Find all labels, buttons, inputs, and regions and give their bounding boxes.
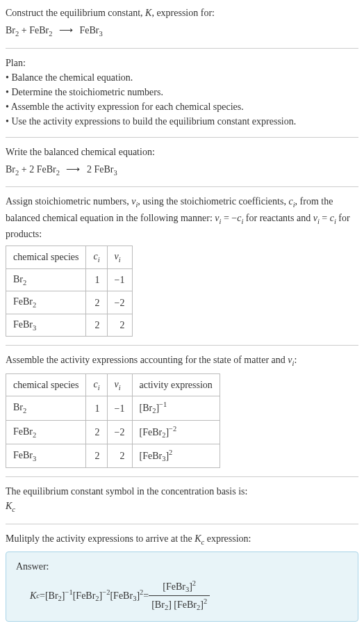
sub: 2 bbox=[33, 301, 36, 309]
cell-c: 1 bbox=[86, 268, 107, 291]
ae-sub: 3 bbox=[162, 455, 165, 462]
cell-nu: −1 bbox=[107, 268, 132, 291]
table-row: FeBr3 2 2 bbox=[6, 314, 133, 337]
cell-species: FeBr3 bbox=[6, 314, 86, 337]
term: [FeBr3]2 bbox=[110, 587, 143, 604]
plan-title: Plan: bbox=[6, 56, 358, 70]
plan-item: Determine the stoichiometric numbers. bbox=[6, 85, 358, 99]
cell-c: 2 bbox=[86, 420, 107, 444]
sub: 3 bbox=[33, 324, 36, 332]
col-nu: νi bbox=[107, 373, 132, 396]
cell-species: FeBr2 bbox=[6, 420, 86, 444]
sp: Br bbox=[13, 402, 23, 412]
exp: 2 bbox=[204, 597, 207, 605]
stoich-table: chemical species ci νi Br2 1 −1 FeBr2 2 … bbox=[6, 245, 133, 337]
divider bbox=[6, 137, 358, 138]
coef: 2 bbox=[87, 164, 94, 175]
unbalanced-equation: Br2 + FeBr2 ⟶ FeBr3 bbox=[6, 23, 358, 40]
exp: −1 bbox=[65, 588, 73, 596]
cell-species: Br2 bbox=[6, 268, 86, 291]
plan-section: Plan: Balance the chemical equation. Det… bbox=[6, 56, 358, 129]
arrow: ⟶ bbox=[66, 164, 80, 175]
cell-c: 1 bbox=[86, 396, 107, 420]
balanced-section: Write the balanced chemical equation: Br… bbox=[6, 145, 358, 179]
col-c: ci bbox=[86, 373, 107, 396]
balanced-equation: Br2 + 2 FeBr2 ⟶ 2 FeBr3 bbox=[6, 162, 358, 179]
divider bbox=[6, 524, 358, 524]
species: FeBr bbox=[79, 25, 99, 35]
answer-box: Answer: Kc = [Br2]−1 [FeBr2]−2 [FeBr3]2 … bbox=[6, 551, 358, 621]
intro-text-b: , expression for: bbox=[151, 8, 215, 18]
multiply-text-b: expression: bbox=[204, 533, 251, 544]
assign-text: , using the stoichiometric coefficients, bbox=[138, 196, 288, 207]
cell-c: 2 bbox=[86, 444, 107, 467]
table-header-row: chemical species ci νi activity expressi… bbox=[6, 373, 220, 396]
lb: [FeBr bbox=[110, 590, 133, 601]
plan-list: Balance the chemical equation. Determine… bbox=[6, 70, 358, 129]
sp: FeBr bbox=[13, 319, 33, 330]
sub: 3 bbox=[33, 455, 36, 462]
multiply-text: Mulitply the activity expressions to arr… bbox=[6, 533, 195, 544]
c-sub: c bbox=[12, 506, 15, 513]
sp: FeBr bbox=[13, 296, 33, 307]
cell-nu: 2 bbox=[107, 444, 132, 467]
table-row: FeBr2 2 −2 [FeBr2]−2 bbox=[6, 420, 220, 444]
table-row: FeBr2 2 −2 bbox=[6, 291, 133, 314]
ae-sp: FeBr bbox=[142, 451, 162, 461]
eq: = bbox=[40, 588, 45, 603]
activity-table: chemical species ci νi activity expressi… bbox=[6, 373, 220, 468]
sp: FeBr bbox=[13, 426, 33, 437]
plan-item: Use the activity expressions to build th… bbox=[6, 114, 358, 129]
col-c: ci bbox=[86, 246, 107, 269]
symbol-section: The equilibrium constant symbol in the c… bbox=[6, 484, 358, 515]
K: K bbox=[6, 501, 12, 511]
ae-sub: 2 bbox=[152, 408, 156, 415]
denominator: [Br2] [FeBr2]2 bbox=[149, 596, 210, 613]
cell-nu: −1 bbox=[107, 396, 132, 420]
cell-species: FeBr3 bbox=[6, 444, 86, 467]
cell-nu: −2 bbox=[107, 420, 132, 444]
col-activity: activity expression bbox=[132, 373, 220, 396]
subscript: 3 bbox=[113, 168, 117, 176]
ae-sp: Br bbox=[142, 403, 152, 413]
coef: 2 bbox=[29, 164, 37, 175]
kc-expression: Kc = [Br2]−1 [FeBr2]−2 [FeBr3]2 = [FeBr3… bbox=[30, 578, 348, 613]
cell-species: FeBr2 bbox=[6, 291, 86, 314]
ae-exp: −1 bbox=[159, 401, 167, 408]
exp: 2 bbox=[192, 579, 196, 587]
sub: 2 bbox=[23, 279, 26, 287]
ae-exp: −2 bbox=[169, 425, 176, 433]
lb: [Br bbox=[45, 590, 58, 601]
species: FeBr bbox=[29, 25, 49, 35]
subscript: 2 bbox=[56, 168, 60, 176]
cell-nu: −2 bbox=[107, 291, 132, 314]
lb: [Br bbox=[151, 599, 165, 610]
cell-species: Br2 bbox=[6, 396, 86, 420]
numerator: [FeBr3]2 bbox=[149, 578, 210, 596]
exp: −2 bbox=[102, 588, 110, 596]
species: FeBr bbox=[37, 164, 56, 175]
sub-i: i bbox=[98, 384, 100, 392]
plan-item: Balance the chemical equation. bbox=[6, 70, 358, 85]
col-species: chemical species bbox=[6, 246, 86, 269]
col-species: chemical species bbox=[6, 373, 86, 396]
lb: [FeBr bbox=[73, 590, 96, 601]
answer-label: Answer: bbox=[16, 559, 348, 574]
ae-sp: FeBr bbox=[142, 426, 162, 437]
divider bbox=[6, 345, 358, 346]
ae-exp: 2 bbox=[169, 449, 172, 456]
term: [Br2]−1 bbox=[45, 587, 73, 604]
K: K bbox=[195, 533, 201, 544]
sub-i: i bbox=[98, 256, 100, 264]
sub-i: i bbox=[119, 384, 121, 392]
cell-c: 2 bbox=[86, 291, 107, 314]
term: [FeBr2]−2 bbox=[73, 587, 110, 604]
subscript: 2 bbox=[49, 30, 52, 38]
plan-item: Assemble the activity expression for eac… bbox=[6, 99, 358, 114]
lb: [FeBr bbox=[163, 581, 185, 592]
plus: + bbox=[19, 25, 29, 35]
divider bbox=[6, 48, 358, 49]
intro-section: Construct the equilibrium constant, K, e… bbox=[6, 6, 358, 40]
colon: : bbox=[294, 355, 297, 365]
cell-activity: [FeBr2]−2 bbox=[132, 420, 220, 444]
